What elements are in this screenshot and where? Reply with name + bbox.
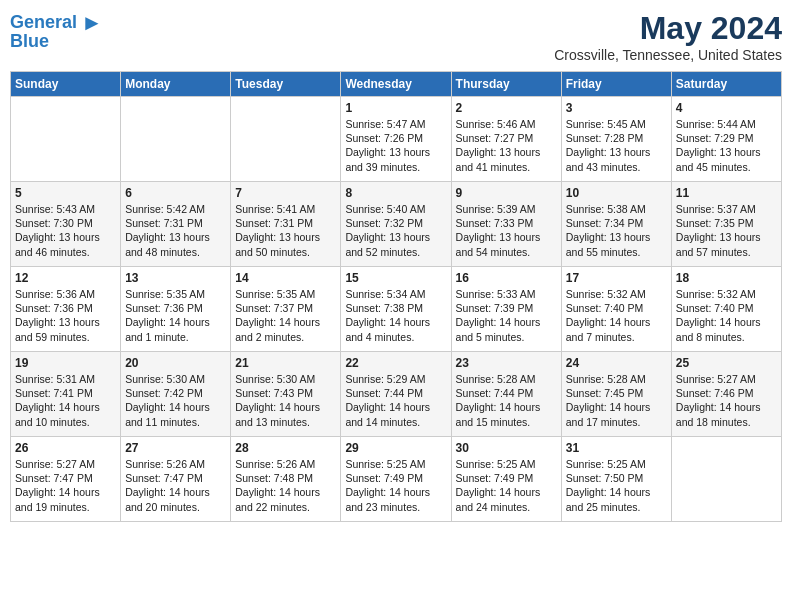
calendar-cell: 17Sunrise: 5:32 AM Sunset: 7:40 PM Dayli…: [561, 267, 671, 352]
page-header: General ► Blue May 2024 Crossville, Tenn…: [10, 10, 782, 63]
day-info: Sunrise: 5:45 AM Sunset: 7:28 PM Dayligh…: [566, 117, 667, 174]
day-info: Sunrise: 5:35 AM Sunset: 7:37 PM Dayligh…: [235, 287, 336, 344]
day-info: Sunrise: 5:35 AM Sunset: 7:36 PM Dayligh…: [125, 287, 226, 344]
calendar-cell: 27Sunrise: 5:26 AM Sunset: 7:47 PM Dayli…: [121, 437, 231, 522]
calendar-cell: 13Sunrise: 5:35 AM Sunset: 7:36 PM Dayli…: [121, 267, 231, 352]
day-number: 26: [15, 441, 116, 455]
calendar-cell: 22Sunrise: 5:29 AM Sunset: 7:44 PM Dayli…: [341, 352, 451, 437]
day-info: Sunrise: 5:33 AM Sunset: 7:39 PM Dayligh…: [456, 287, 557, 344]
day-number: 9: [456, 186, 557, 200]
day-number: 17: [566, 271, 667, 285]
day-number: 31: [566, 441, 667, 455]
day-info: Sunrise: 5:31 AM Sunset: 7:41 PM Dayligh…: [15, 372, 116, 429]
header-wednesday: Wednesday: [341, 72, 451, 97]
day-number: 18: [676, 271, 777, 285]
day-info: Sunrise: 5:25 AM Sunset: 7:49 PM Dayligh…: [456, 457, 557, 514]
day-number: 3: [566, 101, 667, 115]
day-info: Sunrise: 5:28 AM Sunset: 7:45 PM Dayligh…: [566, 372, 667, 429]
day-info: Sunrise: 5:29 AM Sunset: 7:44 PM Dayligh…: [345, 372, 446, 429]
header-monday: Monday: [121, 72, 231, 97]
day-info: Sunrise: 5:27 AM Sunset: 7:47 PM Dayligh…: [15, 457, 116, 514]
day-info: Sunrise: 5:44 AM Sunset: 7:29 PM Dayligh…: [676, 117, 777, 174]
calendar-cell: 4Sunrise: 5:44 AM Sunset: 7:29 PM Daylig…: [671, 97, 781, 182]
day-number: 30: [456, 441, 557, 455]
day-number: 13: [125, 271, 226, 285]
calendar-table: SundayMondayTuesdayWednesdayThursdayFrid…: [10, 71, 782, 522]
location: Crossville, Tennessee, United States: [554, 47, 782, 63]
calendar-cell: 14Sunrise: 5:35 AM Sunset: 7:37 PM Dayli…: [231, 267, 341, 352]
calendar-cell: 6Sunrise: 5:42 AM Sunset: 7:31 PM Daylig…: [121, 182, 231, 267]
day-info: Sunrise: 5:26 AM Sunset: 7:48 PM Dayligh…: [235, 457, 336, 514]
day-info: Sunrise: 5:47 AM Sunset: 7:26 PM Dayligh…: [345, 117, 446, 174]
day-info: Sunrise: 5:37 AM Sunset: 7:35 PM Dayligh…: [676, 202, 777, 259]
calendar-cell: 16Sunrise: 5:33 AM Sunset: 7:39 PM Dayli…: [451, 267, 561, 352]
day-info: Sunrise: 5:28 AM Sunset: 7:44 PM Dayligh…: [456, 372, 557, 429]
calendar-cell: 30Sunrise: 5:25 AM Sunset: 7:49 PM Dayli…: [451, 437, 561, 522]
day-number: 23: [456, 356, 557, 370]
week-row-3: 12Sunrise: 5:36 AM Sunset: 7:36 PM Dayli…: [11, 267, 782, 352]
calendar-cell: 11Sunrise: 5:37 AM Sunset: 7:35 PM Dayli…: [671, 182, 781, 267]
calendar-cell: 28Sunrise: 5:26 AM Sunset: 7:48 PM Dayli…: [231, 437, 341, 522]
calendar-cell: 21Sunrise: 5:30 AM Sunset: 7:43 PM Dayli…: [231, 352, 341, 437]
calendar-cell: [671, 437, 781, 522]
day-number: 21: [235, 356, 336, 370]
day-info: Sunrise: 5:25 AM Sunset: 7:50 PM Dayligh…: [566, 457, 667, 514]
day-number: 1: [345, 101, 446, 115]
header-tuesday: Tuesday: [231, 72, 341, 97]
title-area: May 2024 Crossville, Tennessee, United S…: [554, 10, 782, 63]
week-row-4: 19Sunrise: 5:31 AM Sunset: 7:41 PM Dayli…: [11, 352, 782, 437]
header-saturday: Saturday: [671, 72, 781, 97]
calendar-cell: 10Sunrise: 5:38 AM Sunset: 7:34 PM Dayli…: [561, 182, 671, 267]
day-number: 7: [235, 186, 336, 200]
header-sunday: Sunday: [11, 72, 121, 97]
calendar-cell: 8Sunrise: 5:40 AM Sunset: 7:32 PM Daylig…: [341, 182, 451, 267]
header-friday: Friday: [561, 72, 671, 97]
day-info: Sunrise: 5:34 AM Sunset: 7:38 PM Dayligh…: [345, 287, 446, 344]
day-info: Sunrise: 5:43 AM Sunset: 7:30 PM Dayligh…: [15, 202, 116, 259]
day-number: 11: [676, 186, 777, 200]
logo-text: General: [10, 13, 77, 33]
day-info: Sunrise: 5:42 AM Sunset: 7:31 PM Dayligh…: [125, 202, 226, 259]
day-number: 6: [125, 186, 226, 200]
day-info: Sunrise: 5:32 AM Sunset: 7:40 PM Dayligh…: [566, 287, 667, 344]
day-number: 10: [566, 186, 667, 200]
calendar-cell: 18Sunrise: 5:32 AM Sunset: 7:40 PM Dayli…: [671, 267, 781, 352]
logo: General ► Blue: [10, 10, 103, 52]
calendar-cell: 24Sunrise: 5:28 AM Sunset: 7:45 PM Dayli…: [561, 352, 671, 437]
day-number: 27: [125, 441, 226, 455]
day-info: Sunrise: 5:40 AM Sunset: 7:32 PM Dayligh…: [345, 202, 446, 259]
calendar-cell: [11, 97, 121, 182]
calendar-cell: 15Sunrise: 5:34 AM Sunset: 7:38 PM Dayli…: [341, 267, 451, 352]
day-number: 2: [456, 101, 557, 115]
logo-blue-text: Blue: [10, 32, 49, 52]
week-row-1: 1Sunrise: 5:47 AM Sunset: 7:26 PM Daylig…: [11, 97, 782, 182]
calendar-cell: 19Sunrise: 5:31 AM Sunset: 7:41 PM Dayli…: [11, 352, 121, 437]
calendar-cell: 23Sunrise: 5:28 AM Sunset: 7:44 PM Dayli…: [451, 352, 561, 437]
day-info: Sunrise: 5:38 AM Sunset: 7:34 PM Dayligh…: [566, 202, 667, 259]
day-info: Sunrise: 5:46 AM Sunset: 7:27 PM Dayligh…: [456, 117, 557, 174]
calendar-cell: 26Sunrise: 5:27 AM Sunset: 7:47 PM Dayli…: [11, 437, 121, 522]
header-thursday: Thursday: [451, 72, 561, 97]
month-title: May 2024: [554, 10, 782, 47]
day-number: 28: [235, 441, 336, 455]
day-info: Sunrise: 5:36 AM Sunset: 7:36 PM Dayligh…: [15, 287, 116, 344]
logo-arrow-icon: ►: [81, 10, 103, 36]
day-number: 4: [676, 101, 777, 115]
day-number: 15: [345, 271, 446, 285]
day-info: Sunrise: 5:25 AM Sunset: 7:49 PM Dayligh…: [345, 457, 446, 514]
day-info: Sunrise: 5:32 AM Sunset: 7:40 PM Dayligh…: [676, 287, 777, 344]
day-number: 19: [15, 356, 116, 370]
calendar-cell: 12Sunrise: 5:36 AM Sunset: 7:36 PM Dayli…: [11, 267, 121, 352]
day-info: Sunrise: 5:26 AM Sunset: 7:47 PM Dayligh…: [125, 457, 226, 514]
calendar-cell: 3Sunrise: 5:45 AM Sunset: 7:28 PM Daylig…: [561, 97, 671, 182]
calendar-cell: 1Sunrise: 5:47 AM Sunset: 7:26 PM Daylig…: [341, 97, 451, 182]
day-number: 12: [15, 271, 116, 285]
calendar-cell: [231, 97, 341, 182]
week-row-2: 5Sunrise: 5:43 AM Sunset: 7:30 PM Daylig…: [11, 182, 782, 267]
calendar-cell: 31Sunrise: 5:25 AM Sunset: 7:50 PM Dayli…: [561, 437, 671, 522]
calendar-cell: 20Sunrise: 5:30 AM Sunset: 7:42 PM Dayli…: [121, 352, 231, 437]
calendar-cell: 25Sunrise: 5:27 AM Sunset: 7:46 PM Dayli…: [671, 352, 781, 437]
calendar-header-row: SundayMondayTuesdayWednesdayThursdayFrid…: [11, 72, 782, 97]
day-info: Sunrise: 5:41 AM Sunset: 7:31 PM Dayligh…: [235, 202, 336, 259]
day-info: Sunrise: 5:30 AM Sunset: 7:42 PM Dayligh…: [125, 372, 226, 429]
